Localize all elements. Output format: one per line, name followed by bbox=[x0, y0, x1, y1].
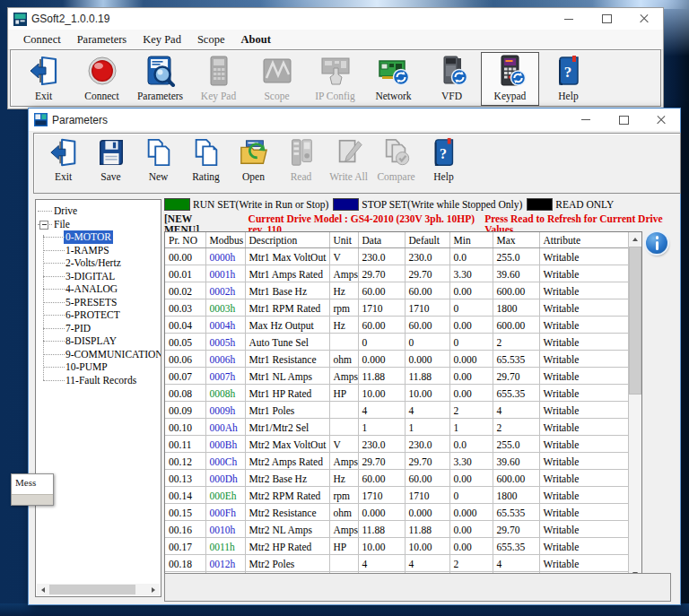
column-header-attribute: Attribute bbox=[539, 232, 628, 248]
cell-min: 0.00 bbox=[449, 538, 493, 555]
toolbar-button-vfd[interactable]: VFD bbox=[423, 52, 481, 106]
toolbar-button-new[interactable]: New bbox=[135, 136, 182, 193]
tree-item-3-digital[interactable]: 3-DIGITAL bbox=[36, 270, 161, 283]
menu-item-about[interactable]: About bbox=[232, 31, 278, 48]
cell-unit: Hz bbox=[329, 317, 358, 334]
table-row[interactable]: 00.160010hMtr2 NL AmpsAmps11.8811.880.00… bbox=[165, 521, 628, 538]
scrollbar-thumb[interactable] bbox=[629, 247, 641, 395]
minimize-icon[interactable] bbox=[550, 8, 588, 30]
toolbar-button-open[interactable]: Open bbox=[230, 136, 277, 193]
collapse-minus-icon[interactable] bbox=[39, 221, 48, 230]
cell-max: 255.0 bbox=[493, 248, 539, 265]
main-window-titlebar[interactable]: GSoft2_1.0.0.19 bbox=[8, 8, 663, 30]
scrollbar-thumb[interactable] bbox=[49, 585, 135, 594]
tree-item-2-volts-hertz[interactable]: 2-Volts/Hertz bbox=[36, 256, 161, 270]
cell-min: 0.0 bbox=[449, 436, 493, 453]
tree-item-drive[interactable]: Drive bbox=[36, 204, 161, 218]
tree-item-label: 0-MOTOR bbox=[64, 230, 113, 244]
table-row[interactable]: 00.10000AhMtr1/Mtr2 Sel1112Writable bbox=[165, 419, 628, 436]
tree-item-10-pump[interactable]: 10-PUMP bbox=[36, 360, 161, 374]
cell-attr: Writable bbox=[539, 521, 628, 538]
table-row[interactable]: 00.14000EhMtr2 RPM Ratedrpm1710171001800… bbox=[165, 487, 628, 504]
table-row[interactable]: 00.11000BhMtr2 Max VoltOutV230.0230.00.0… bbox=[165, 436, 628, 453]
cell-pr: 00.10 bbox=[165, 419, 205, 436]
cell-data: 0.000 bbox=[358, 504, 405, 521]
tree-item-1-ramps[interactable]: 1-RAMPS bbox=[36, 244, 161, 257]
menu-item-parameters[interactable]: Parameters bbox=[69, 31, 135, 48]
table-row[interactable]: 00.12000ChMtr2 Amps RatedAmps29.7029.703… bbox=[165, 453, 628, 470]
toolbar-button-save[interactable]: Save bbox=[87, 136, 135, 193]
cell-min: 0.00 bbox=[449, 317, 493, 334]
parameters-window-titlebar[interactable]: Parameters bbox=[29, 108, 680, 132]
cell-desc: Mtr1/Mtr2 Sel bbox=[245, 419, 329, 436]
table-row[interactable]: 00.13000DhMtr2 Base HzHz60.0060.000.0060… bbox=[165, 470, 628, 487]
toolbar-button-keypad[interactable]: Keypad bbox=[481, 52, 539, 106]
cell-desc: Mtr2 Amps Rated bbox=[245, 453, 329, 470]
toolbar-button-parameters[interactable]: Parameters bbox=[131, 52, 189, 106]
scroll-left-icon[interactable] bbox=[37, 584, 49, 595]
table-row[interactable]: 00.040004hMax Hz OutputHz60.0060.000.006… bbox=[165, 317, 628, 334]
column-header-data: Data bbox=[358, 232, 405, 248]
table-row[interactable]: 00.070007hMtr1 NL AmpsAmps11.8811.880.00… bbox=[165, 368, 628, 385]
close-icon[interactable] bbox=[642, 108, 680, 131]
table-row[interactable]: 00.090009hMtr1 Poles4424Writable bbox=[165, 402, 628, 419]
tree-item-6-protect[interactable]: 6-PROTECT bbox=[36, 308, 161, 322]
menu-item-connect[interactable]: Connect bbox=[15, 31, 69, 48]
tree-item-8-display[interactable]: 8-DISPLAY bbox=[36, 334, 161, 348]
tree-item-4-analog[interactable]: 4-ANALOG bbox=[36, 282, 161, 296]
table-vertical-scrollbar[interactable] bbox=[628, 232, 641, 580]
cell-max: 655.35 bbox=[493, 538, 539, 555]
cell-min: 2 bbox=[449, 555, 493, 572]
tree-item-11-fault-records[interactable]: 11-Fault Records bbox=[36, 374, 161, 387]
info-icon[interactable] bbox=[646, 232, 667, 254]
toolbar-button-help[interactable]: ? Help bbox=[539, 52, 597, 106]
cell-modbus: 0011h bbox=[205, 538, 245, 555]
menu-item-key-pad[interactable]: Key Pad bbox=[135, 31, 189, 48]
table-row[interactable]: 00.170011hMtr2 HP RatedHP10.0010.000.006… bbox=[165, 538, 628, 555]
menu-item-scope[interactable]: Scope bbox=[189, 31, 233, 48]
messages-window-title: Mess bbox=[12, 474, 53, 488]
toolbar-button-exit[interactable]: Exit bbox=[39, 136, 87, 193]
cell-pr: 00.12 bbox=[165, 453, 205, 470]
minimize-icon[interactable] bbox=[567, 108, 605, 131]
cell-unit: HP bbox=[329, 538, 358, 555]
table-row[interactable]: 00.060006hMtr1 Resistanceohm0.0000.0000.… bbox=[165, 351, 628, 368]
table-row[interactable]: 00.020002hMtr1 Base HzHz60.0060.000.0060… bbox=[165, 282, 628, 299]
cell-max: 39.60 bbox=[493, 265, 539, 282]
cell-modbus: 0004h bbox=[205, 317, 245, 334]
table-row[interactable]: 00.180012hMtr2 Poles4424Writable bbox=[165, 555, 628, 572]
toolbar-button-rating[interactable]: Rating bbox=[182, 136, 230, 193]
table-row[interactable]: 00.030003hMtr1 RPM Ratedrpm1710171001800… bbox=[165, 299, 628, 317]
cell-desc: Mtr1 Base Hz bbox=[245, 282, 329, 299]
toolbar-button-network[interactable]: Network bbox=[364, 52, 423, 106]
toolbar-button-help[interactable]: ? Help bbox=[420, 136, 467, 193]
tree-item-9-communication[interactable]: 9-COMMUNICATION bbox=[36, 348, 161, 361]
close-icon[interactable] bbox=[625, 8, 663, 30]
maximize-icon[interactable] bbox=[605, 108, 642, 131]
tree-item-0-motor[interactable]: 0-MOTOR bbox=[36, 230, 161, 244]
scroll-up-icon[interactable] bbox=[629, 232, 641, 246]
table-row[interactable]: 00.000000hMtr1 Max VoltOutV230.0230.00.0… bbox=[165, 248, 628, 265]
read-only-label: READ ONLY bbox=[555, 199, 614, 210]
cell-unit: ohm bbox=[329, 504, 358, 521]
scroll-right-icon[interactable] bbox=[147, 584, 160, 595]
cell-max: 2 bbox=[493, 419, 539, 436]
tree-item-7-pid[interactable]: 7-PID bbox=[36, 322, 161, 335]
tree-item-5-presets[interactable]: 5-PRESETS bbox=[36, 296, 161, 309]
table-row[interactable]: 00.080008hMtr1 HP RatedHP10.0010.000.006… bbox=[165, 385, 628, 402]
column-header-default: Default bbox=[405, 232, 449, 248]
tree-horizontal-scrollbar[interactable] bbox=[37, 584, 160, 595]
cell-pr: 00.03 bbox=[165, 299, 205, 317]
table-row[interactable]: 00.15000FhMtr2 Resistanceohm0.0000.0000.… bbox=[165, 504, 628, 521]
column-header-max: Max bbox=[493, 232, 539, 248]
cell-modbus: 0000h bbox=[205, 248, 245, 265]
cell-min: 0.000 bbox=[449, 351, 493, 368]
cell-default: 1 bbox=[405, 419, 449, 436]
maximize-icon[interactable] bbox=[588, 8, 625, 30]
table-row[interactable]: 00.050005hAuto Tune Sel0002Writable bbox=[165, 334, 628, 351]
toolbar-button-exit[interactable]: Exit bbox=[14, 52, 73, 106]
table-row[interactable]: 00.010001hMtr1 Amps RatedAmps29.7029.703… bbox=[165, 265, 628, 282]
toolbar-button-connect[interactable]: Connect bbox=[73, 52, 131, 106]
cell-pr: 00.02 bbox=[165, 282, 205, 299]
tree-item-file[interactable]: File bbox=[36, 218, 161, 231]
